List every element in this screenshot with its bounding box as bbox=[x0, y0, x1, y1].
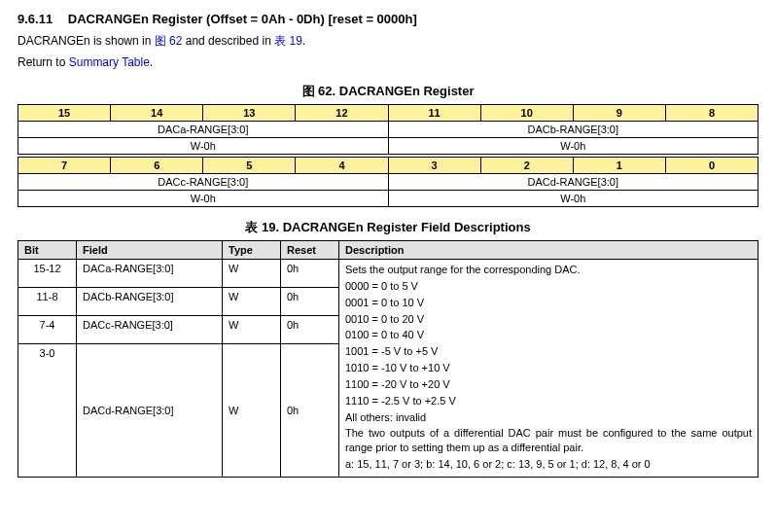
type-cell: W bbox=[223, 260, 281, 288]
bit-num: 4 bbox=[296, 158, 388, 174]
bit-num: 1 bbox=[573, 158, 665, 174]
section-heading: 9.6.11 DACRANGEn Register (Offset = 0Ah … bbox=[18, 12, 758, 26]
rw-cell: W-0h bbox=[388, 138, 758, 155]
desc-line: 0100 = 0 to 40 V bbox=[345, 328, 752, 342]
type-cell: W bbox=[223, 315, 281, 343]
table-caption: 表 19. DACRANGEn Register Field Descripti… bbox=[18, 219, 758, 236]
intro-text-2: and described in bbox=[182, 34, 274, 48]
description-cell: Sets the output range for the correspond… bbox=[339, 260, 758, 478]
bit-num: 0 bbox=[665, 158, 758, 174]
desc-line: 1010 = -10 V to +10 V bbox=[345, 361, 752, 375]
desc-line: 0001 = 0 to 10 V bbox=[345, 296, 752, 310]
col-reset: Reset bbox=[281, 241, 339, 260]
intro-paragraph: DACRANGEn is shown in 图 62 and described… bbox=[18, 32, 758, 50]
section-title: DACRANGEn Register (Offset = 0Ah - 0Dh) … bbox=[68, 12, 417, 26]
table-row: 15-12 DACa-RANGE[3:0] W 0h Sets the outp… bbox=[18, 260, 758, 288]
field-cell: DACa-RANGE[3:0] bbox=[18, 122, 389, 138]
return-suffix: . bbox=[150, 55, 153, 69]
rw-cell: W-0h bbox=[388, 191, 758, 207]
reset-cell: 0h bbox=[281, 315, 339, 343]
table-link[interactable]: 表 19 bbox=[274, 34, 302, 48]
desc-line: All others: invalid bbox=[345, 410, 752, 425]
desc-line: 1001 = -5 V to +5 V bbox=[345, 344, 752, 359]
field-cell: DACc-RANGE[3:0] bbox=[18, 174, 389, 191]
summary-table-link[interactable]: Summary Table bbox=[69, 55, 150, 69]
field-cell: DACb-RANGE[3:0] bbox=[77, 287, 223, 315]
desc-line: 0000 = 0 to 5 V bbox=[345, 279, 752, 294]
desc-line: 0010 = 0 to 20 V bbox=[345, 312, 752, 327]
field-cell: DACa-RANGE[3:0] bbox=[77, 260, 223, 288]
bit-num: 9 bbox=[573, 105, 665, 122]
bit-header-row: 15 14 13 12 11 10 9 8 bbox=[18, 105, 758, 122]
field-cell: DACb-RANGE[3:0] bbox=[388, 122, 758, 138]
intro-text-3: . bbox=[302, 34, 305, 48]
bit-num: 11 bbox=[388, 105, 480, 122]
reset-cell: 0h bbox=[281, 343, 339, 477]
desc-line: Sets the output range for the correspond… bbox=[345, 263, 752, 277]
return-paragraph: Return to Summary Table. bbox=[18, 53, 758, 71]
intro-text-1: DACRANGEn is shown in bbox=[18, 34, 155, 48]
bit-num: 15 bbox=[18, 105, 111, 122]
bit-num: 13 bbox=[203, 105, 296, 122]
register-bits-7-0: 7 6 5 4 3 2 1 0 DACc-RANGE[3:0] DACd-RAN… bbox=[18, 157, 758, 207]
bit-num: 8 bbox=[665, 105, 758, 122]
bit-cell: 15-12 bbox=[18, 260, 77, 288]
col-bit: Bit bbox=[18, 241, 77, 260]
field-name-row: DACc-RANGE[3:0] DACd-RANGE[3:0] bbox=[18, 174, 758, 191]
desc-line: 1110 = -2.5 V to +2.5 V bbox=[345, 394, 752, 408]
desc-note-diff: The two outputs of a differential DAC pa… bbox=[345, 426, 752, 455]
bit-num: 2 bbox=[480, 158, 573, 174]
bit-num: 14 bbox=[111, 105, 203, 122]
rw-cell: W-0h bbox=[18, 191, 389, 207]
bit-num: 3 bbox=[388, 158, 480, 174]
field-rw-row: W-0h W-0h bbox=[18, 191, 758, 207]
field-cell: DACd-RANGE[3:0] bbox=[77, 343, 223, 477]
bit-num: 6 bbox=[111, 158, 203, 174]
field-rw-row: W-0h W-0h bbox=[18, 138, 758, 155]
bit-cell: 3-0 bbox=[18, 343, 77, 477]
rw-cell: W-0h bbox=[18, 138, 389, 155]
figure-caption: 图 62. DACRANGEn Register bbox=[18, 83, 758, 100]
reset-cell: 0h bbox=[281, 287, 339, 315]
bit-cell: 11-8 bbox=[18, 287, 77, 315]
reset-cell: 0h bbox=[281, 260, 339, 288]
desc-line: 1100 = -20 V to +20 V bbox=[345, 377, 752, 392]
section-number: 9.6.11 bbox=[18, 12, 53, 26]
bit-num: 7 bbox=[18, 158, 111, 174]
bit-num: 5 bbox=[203, 158, 296, 174]
table-header-row: Bit Field Type Reset Description bbox=[18, 241, 758, 260]
register-bits-15-8: 15 14 13 12 11 10 9 8 DACa-RANGE[3:0] DA… bbox=[18, 104, 758, 155]
figure-link[interactable]: 图 62 bbox=[155, 34, 183, 48]
desc-note-map: a: 15, 11, 7 or 3; b: 14, 10, 6 or 2; c:… bbox=[345, 457, 752, 472]
bit-num: 10 bbox=[480, 105, 573, 122]
field-name-row: DACa-RANGE[3:0] DACb-RANGE[3:0] bbox=[18, 122, 758, 138]
bit-header-row: 7 6 5 4 3 2 1 0 bbox=[18, 158, 758, 174]
col-field: Field bbox=[77, 241, 223, 260]
type-cell: W bbox=[223, 343, 281, 477]
field-description-table: Bit Field Type Reset Description 15-12 D… bbox=[18, 240, 758, 478]
return-text: Return to bbox=[18, 55, 69, 69]
col-type: Type bbox=[223, 241, 281, 260]
bit-cell: 7-4 bbox=[18, 315, 77, 343]
bit-num: 12 bbox=[296, 105, 388, 122]
col-desc: Description bbox=[339, 241, 758, 260]
type-cell: W bbox=[223, 287, 281, 315]
field-cell: DACc-RANGE[3:0] bbox=[77, 315, 223, 343]
field-cell: DACd-RANGE[3:0] bbox=[388, 174, 758, 191]
